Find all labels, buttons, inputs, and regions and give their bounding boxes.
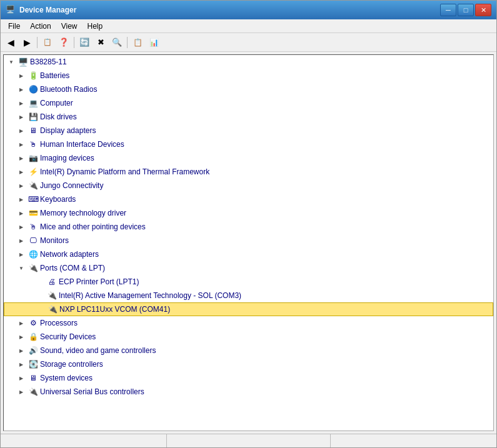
help-button[interactable]: ❓ [56,35,71,50]
bluetooth-label: Bluetooth Radios [40,85,97,94]
show-all-button[interactable]: 📋 [130,35,145,50]
close-button[interactable]: ✕ [475,4,491,16]
security-expander[interactable]: ▶ [16,332,26,342]
tree-item-jungo[interactable]: ▶ 🔌 Jungo Connectivity [4,179,493,192]
hid-label: Human Interface Devices [40,140,124,149]
update-driver-button[interactable]: 🔄 [77,35,92,50]
toolbar: ◀ ▶ 📋 ❓ 🔄 ✖ 🔍 📋 📊 [1,33,496,52]
tree-item-disk-drives[interactable]: ▶ 💾 Disk drives [4,110,493,124]
scan-button[interactable]: 🔍 [109,35,124,50]
tree-item-hid[interactable]: ▶ 🖱 Human Interface Devices [4,137,493,151]
tree-item-intel-platform[interactable]: ▶ ⚡ Intel(R) Dynamic Platform and Therma… [4,165,493,179]
bluetooth-icon: 🔵 [28,84,38,94]
ports-icon: 🔌 [28,263,38,273]
tree-item-mice[interactable]: ▶ 🖱 Mice and other pointing devices [4,220,493,234]
tree-item-usb[interactable]: ▶ 🔌 Universal Serial Bus controllers [4,385,493,399]
processors-label: Processors [40,319,78,327]
tree-item-ecp[interactable]: ▶ 🖨 ECP Printer Port (LPT1) [4,275,493,289]
mice-icon: 🖱 [28,222,38,232]
monitors-icon: 🖵 [28,236,38,246]
content-area: ▼ 🖥️ B38285-11 ▶ 🔋 Batteries ▶ 🔵 Bluetoo… [1,52,496,434]
status-panel-1 [3,434,167,447]
memory-tech-expander[interactable]: ▶ [16,208,26,218]
network-icon: 🌐 [28,249,38,259]
disk-expander[interactable]: ▶ [16,112,26,122]
menu-help[interactable]: Help [83,21,108,32]
tree-item-ports[interactable]: ▼ 🔌 Ports (COM & LPT) [4,261,493,275]
jungo-icon: 🔌 [28,181,38,191]
forward-button[interactable]: ▶ [19,35,34,50]
resource-button[interactable]: 📊 [146,35,161,50]
sound-label: Sound, video and game controllers [40,346,156,355]
security-icon: 🔒 [28,332,38,342]
display-icon: 🖥 [28,126,38,136]
tree-item-processors[interactable]: ▶ ⚙ Processors [4,316,493,330]
tree-item-system[interactable]: ▶ 🖥 System devices [4,371,493,385]
nxp-label: NXP LPC11Uxx VCOM (COM41) [59,305,170,314]
disk-label: Disk drives [40,112,77,121]
amt-icon: 🔌 [47,291,57,301]
display-expander[interactable]: ▶ [16,126,26,136]
sound-expander[interactable]: ▶ [16,346,26,356]
jungo-label: Jungo Connectivity [40,181,103,190]
processors-expander[interactable]: ▶ [16,318,26,328]
tree-item-network[interactable]: ▶ 🌐 Network adapters [4,247,493,261]
tree-item-computer[interactable]: ▶ 💻 Computer [4,96,493,110]
separator-2 [74,37,74,48]
batteries-expander[interactable]: ▶ [16,71,26,81]
root-icon: 🖥️ [18,57,28,67]
tree-item-monitors[interactable]: ▶ 🖵 Monitors [4,234,493,247]
ports-expander[interactable]: ▼ [16,263,26,273]
tree-item-nxp[interactable]: ▶ 🔌 NXP LPC11Uxx VCOM (COM41) [4,302,493,316]
properties-button[interactable]: 📋 [40,35,55,50]
sound-icon: 🔊 [28,346,38,356]
menu-file[interactable]: File [3,21,25,32]
nxp-icon: 🔌 [48,304,58,314]
title-bar-icon: 🖥️ [6,5,16,15]
status-panel-2 [167,434,331,447]
computer-icon: 💻 [28,98,38,108]
minimize-button[interactable]: ─ [440,4,456,16]
title-bar: 🖥️ Device Manager ─ □ ✕ [1,1,496,19]
tree-item-keyboards[interactable]: ▶ ⌨ Keyboards [4,192,493,206]
network-expander[interactable]: ▶ [16,249,26,259]
mice-expander[interactable]: ▶ [16,222,26,232]
tree-item-batteries[interactable]: ▶ 🔋 Batteries [4,69,493,82]
hid-expander[interactable]: ▶ [16,139,26,149]
tree-item-imaging[interactable]: ▶ 📷 Imaging devices [4,151,493,165]
root-expander[interactable]: ▼ [6,57,16,67]
display-label: Display adapters [40,126,96,135]
memory-tech-icon: 💳 [28,208,38,218]
menu-view[interactable]: View [56,21,83,32]
status-bar [1,434,496,447]
maximize-button[interactable]: □ [458,4,474,16]
computer-expander[interactable]: ▶ [16,98,26,108]
uninstall-button[interactable]: ✖ [93,35,108,50]
tree-root[interactable]: ▼ 🖥️ B38285-11 [4,55,493,69]
device-tree[interactable]: ▼ 🖥️ B38285-11 ▶ 🔋 Batteries ▶ 🔵 Bluetoo… [3,54,494,431]
tree-item-security[interactable]: ▶ 🔒 Security Devices [4,330,493,344]
tree-item-sound[interactable]: ▶ 🔊 Sound, video and game controllers [4,344,493,357]
usb-expander[interactable]: ▶ [16,387,26,397]
computer-label: Computer [40,99,73,107]
separator-1 [37,37,38,48]
tree-item-storage[interactable]: ▶ 💽 Storage controllers [4,357,493,371]
status-panel-3 [331,434,494,447]
keyboards-expander[interactable]: ▶ [16,194,26,204]
storage-expander[interactable]: ▶ [16,359,26,369]
back-button[interactable]: ◀ [3,35,18,50]
intel-platform-expander[interactable]: ▶ [16,167,26,177]
tree-item-bluetooth[interactable]: ▶ 🔵 Bluetooth Radios [4,82,493,96]
menu-action[interactable]: Action [25,21,56,32]
usb-icon: 🔌 [28,387,38,397]
tree-item-memory-tech[interactable]: ▶ 💳 Memory technology driver [4,206,493,220]
monitors-expander[interactable]: ▶ [16,236,26,246]
imaging-expander[interactable]: ▶ [16,153,26,163]
menu-bar: File Action View Help [1,19,496,33]
system-expander[interactable]: ▶ [16,373,26,383]
tree-item-intel-amt[interactable]: ▶ 🔌 Intel(R) Active Management Technolog… [4,289,493,302]
amt-label: Intel(R) Active Management Technology - … [59,291,241,300]
tree-item-display[interactable]: ▶ 🖥 Display adapters [4,124,493,137]
jungo-expander[interactable]: ▶ [16,181,26,191]
bluetooth-expander[interactable]: ▶ [16,84,26,94]
